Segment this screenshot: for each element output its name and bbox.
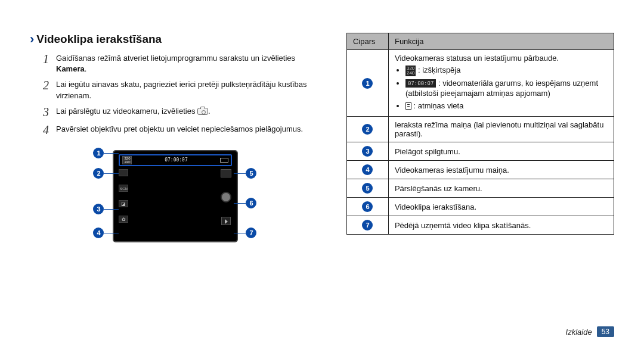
step-number: 3 <box>43 105 56 119</box>
row-number: 7 <box>362 220 373 230</box>
callout-2: 2 <box>93 168 104 179</box>
section-heading: › Videoklipa ierakstīšana <box>30 33 321 46</box>
table-row: 3 Pielāgot spilgtumu. <box>346 142 614 161</box>
bullet: 07:00:07 : videomateriāla garums, ko ies… <box>405 78 608 99</box>
step-text: Lai iegūtu ainavas skatu, pagrieziet ier… <box>56 78 321 101</box>
resolution-icon: 320240 <box>405 66 416 76</box>
table-row: 2 Ieraksta režīma maiņa (lai pievienotu … <box>346 117 614 142</box>
row-text: Videoklipa ierakstīšana. <box>388 198 614 216</box>
bullet: 320240 : izšķirtspēja <box>405 65 608 76</box>
play-button-icon <box>221 217 231 225</box>
timer-label: 07:00:07 <box>165 157 188 163</box>
row-number: 6 <box>362 201 373 212</box>
camcorder-screenshot: 320240 07:00:07 SCN ◪ ✿ <box>113 150 238 242</box>
callout-7: 7 <box>246 228 256 238</box>
step: 1 Gaidīšanas režīmā atveriet lietojumpro… <box>43 52 321 74</box>
bullet: : atmiņas vieta <box>405 101 608 111</box>
row-number: 2 <box>362 124 373 135</box>
table-row: 4 Videokameras iestatījumu maiņa. <box>346 161 614 179</box>
step-number: 1 <box>43 52 56 74</box>
step-text: Lai pārslēgtu uz videokameru, izvēlietie… <box>56 105 210 119</box>
table-row: 6 Videoklipa ierakstīšana. <box>346 198 614 216</box>
brightness-icon: ◪ <box>119 200 128 207</box>
step-text: Gaidīšanas režīmā atveriet lietojumprogr… <box>56 52 321 74</box>
mode-icon <box>119 169 128 176</box>
row-text: Ieraksta režīma maiņa (lai pievienotu mu… <box>388 117 614 142</box>
row-text: Pārslēgšanās uz kameru. <box>388 179 614 198</box>
chevron-icon: › <box>30 33 34 46</box>
row-text: Pielāgot spilgtumu. <box>388 142 614 161</box>
step-number: 4 <box>43 123 56 137</box>
steps-list: 1 Gaidīšanas režīmā atveriet lietojumpro… <box>30 52 321 137</box>
table-row: 1 Videokameras statusa un iestatījumu pā… <box>346 50 614 117</box>
record-button-icon <box>221 192 231 202</box>
step: 3 Lai pārslēgtu uz videokameru, izvēliet… <box>43 105 321 119</box>
footer-page-number: 53 <box>597 326 614 337</box>
step: 4 Pavērsiet objektīvu pret objektu un ve… <box>43 123 321 137</box>
camera-toggle-icon <box>221 169 231 177</box>
function-table: Cipars Funkcija 1 Videokameras statusa u… <box>346 33 614 235</box>
duration-icon: 07:00:07 <box>405 79 436 88</box>
row-intro: Videokameras statusa un iestatījumu pārb… <box>395 54 608 63</box>
settings-icon: ✿ <box>119 216 128 223</box>
scene-icon: SCN <box>119 185 128 192</box>
callout-3: 3 <box>93 204 104 214</box>
callout-6: 6 <box>246 198 256 208</box>
step: 2 Lai iegūtu ainavas skatu, pagrieziet i… <box>43 78 321 101</box>
table-header-number: Cipars <box>346 33 388 50</box>
row-number: 3 <box>362 146 373 157</box>
storage-icon <box>405 102 411 110</box>
battery-icon <box>220 158 228 163</box>
row-text: Pēdējā uzņemtā video klipa skatīšanās. <box>388 216 614 235</box>
step-number: 2 <box>43 78 56 101</box>
table-row: 7 Pēdējā uzņemtā video klipa skatīšanās. <box>346 216 614 235</box>
page-footer: Izklaide 53 <box>566 326 614 337</box>
row-number: 4 <box>362 164 373 175</box>
callout-1: 1 <box>93 148 104 158</box>
step-text: Pavērsiet objektīvu pret objektu un veic… <box>56 123 303 137</box>
row-text: Videokameras iestatījumu maiņa. <box>388 161 614 179</box>
footer-section: Izklaide <box>566 328 592 336</box>
screenshot-status-bar: 320240 07:00:07 <box>119 154 232 166</box>
callout-5: 5 <box>246 168 256 179</box>
table-row: 5 Pārslēgšanās uz kameru. <box>346 179 614 198</box>
heading-text: Videoklipa ierakstīšana <box>36 33 162 46</box>
callout-4: 4 <box>93 228 104 238</box>
camera-icon <box>197 108 208 115</box>
resolution-icon: 320240 <box>122 156 132 164</box>
row-number: 5 <box>362 183 373 194</box>
table-header-function: Funkcija <box>388 33 614 50</box>
row-number: 1 <box>362 78 373 89</box>
